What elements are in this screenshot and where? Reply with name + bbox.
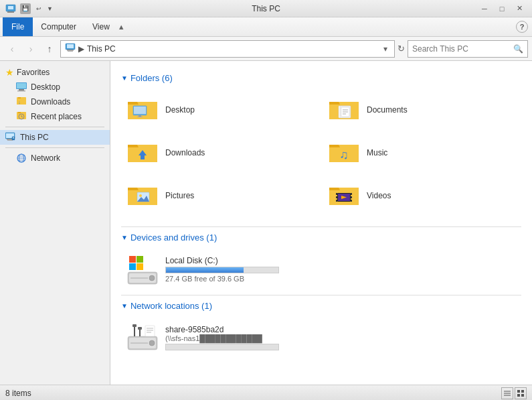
folder-item-pictures[interactable]: Pictures xyxy=(121,176,320,216)
network-label: Network xyxy=(31,153,60,163)
maximize-button[interactable]: □ xyxy=(493,0,511,17)
svg-rect-23 xyxy=(13,137,14,139)
ribbon: File Computer View ▲ ? xyxy=(0,17,532,37)
desktop-label: Desktop xyxy=(31,82,60,92)
content-area: ▼ Folders (6) xyxy=(110,61,532,385)
address-path-box[interactable]: ▶ This PC ▾ xyxy=(60,40,395,58)
svg-rect-4 xyxy=(67,44,74,48)
sidebar-item-recent[interactable]: Recent places xyxy=(0,109,110,124)
folders-arrow-icon: ▼ xyxy=(121,74,128,82)
sidebar-item-network[interactable]: Network xyxy=(0,151,110,165)
save-quick-icon[interactable]: 💾 xyxy=(20,3,31,14)
recent-label: Recent places xyxy=(31,112,82,121)
svg-point-69 xyxy=(149,340,155,346)
this-pc-label: This PC xyxy=(20,133,49,142)
svg-rect-1 xyxy=(7,11,14,13)
sidebar-item-desktop[interactable]: Desktop xyxy=(0,80,110,94)
folder-icon-music: ♫ xyxy=(328,137,360,169)
folder-item-desktop[interactable]: Desktop xyxy=(121,90,320,130)
ribbon-collapse-icon[interactable]: ▲ xyxy=(118,23,125,31)
svg-rect-31 xyxy=(134,107,146,114)
devices-section-header[interactable]: ▼ Devices and drives (1) xyxy=(121,232,521,243)
chevron-quick-icon[interactable]: ▼ xyxy=(47,5,53,12)
folders-section-header[interactable]: ▼ Folders (6) xyxy=(121,73,521,83)
up-button[interactable]: ↑ xyxy=(41,41,58,57)
app-icon xyxy=(4,3,17,14)
network-location-item[interactable]: share-9585ba2d (\\sfs-nas1████████████ xyxy=(121,318,521,358)
favorites-header[interactable]: ★ Favorites xyxy=(0,65,110,80)
forward-button[interactable]: › xyxy=(23,41,39,57)
network-location-info: share-9585ba2d (\\sfs-nas1████████████ xyxy=(165,325,516,350)
undo-quick-icon[interactable]: ↩ xyxy=(33,3,44,14)
window-title: This PC xyxy=(252,4,280,13)
refresh-button[interactable]: ↻ xyxy=(397,44,405,54)
back-button[interactable]: ‹ xyxy=(4,41,20,57)
svg-text:↓: ↓ xyxy=(18,100,21,105)
help-button[interactable]: ? xyxy=(516,21,528,33)
device-item-c[interactable]: Local Disk (C:) 27.4 GB free of 39.6 GB xyxy=(121,249,521,289)
main-layout: ★ Favorites Desktop xyxy=(0,61,532,385)
svg-rect-9 xyxy=(19,89,24,90)
this-pc-icon xyxy=(5,132,16,143)
search-input[interactable] xyxy=(412,44,513,54)
network-section-header[interactable]: ▼ Network locations (1) xyxy=(121,301,521,311)
search-box[interactable]: 🔍 xyxy=(408,40,528,58)
quick-access-toolbar: 💾 ↩ ▼ xyxy=(4,3,53,14)
recent-icon xyxy=(16,111,27,122)
svg-rect-21 xyxy=(7,140,13,141)
path-arrow: ▶ xyxy=(78,44,84,54)
sidebar-divider-2 xyxy=(5,147,104,148)
svg-rect-33 xyxy=(137,117,143,117)
svg-rect-55 xyxy=(336,200,337,202)
folder-icon-downloads xyxy=(126,137,159,169)
search-icon: 🔍 xyxy=(513,44,523,54)
folder-label-downloads: Downloads xyxy=(165,148,205,157)
tab-computer[interactable]: Computer xyxy=(33,17,84,36)
svg-rect-57 xyxy=(351,196,352,198)
local-disk-icon xyxy=(126,253,159,285)
network-arrow-icon: ▼ xyxy=(121,302,128,310)
network-icon xyxy=(16,153,27,163)
sidebar-item-downloads[interactable]: ↓ Downloads xyxy=(0,94,110,109)
desktop-icon xyxy=(16,82,27,92)
folder-item-downloads[interactable]: Downloads xyxy=(121,133,320,173)
sidebar-item-this-pc[interactable]: This PC xyxy=(0,130,110,145)
sidebar-divider-1 xyxy=(5,127,104,127)
minimize-button[interactable]: ─ xyxy=(476,0,493,17)
large-icons-view-button[interactable] xyxy=(515,387,527,399)
disk-usage-bar xyxy=(165,267,279,273)
path-text: This PC xyxy=(87,44,116,54)
address-bar: ‹ › ↑ ▶ This PC ▾ ↻ 🔍 xyxy=(0,37,532,61)
folder-item-videos[interactable]: Videos xyxy=(323,176,521,216)
path-dropdown-icon[interactable]: ▾ xyxy=(381,44,390,54)
star-icon: ★ xyxy=(5,67,14,78)
status-bar: 8 items xyxy=(0,385,532,400)
svg-rect-61 xyxy=(129,263,136,270)
svg-point-47 xyxy=(139,194,142,197)
svg-text:♫: ♫ xyxy=(339,148,349,161)
svg-rect-6 xyxy=(68,51,73,52)
device-space-c: 27.4 GB free of 39.6 GB xyxy=(165,275,516,283)
tab-view[interactable]: View xyxy=(84,17,118,36)
network-location-path: (\\sfs-nas1████████████ xyxy=(165,334,516,342)
svg-rect-10 xyxy=(17,90,25,92)
this-pc-path-icon xyxy=(65,42,76,55)
folder-item-documents[interactable]: Documents xyxy=(323,90,521,130)
tab-file[interactable]: File xyxy=(3,17,33,36)
svg-rect-75 xyxy=(145,326,155,336)
close-button[interactable]: ✕ xyxy=(511,0,528,17)
device-info-c: Local Disk (C:) 27.4 GB free of 39.6 GB xyxy=(165,256,516,283)
network-header-label: Network locations (1) xyxy=(130,301,212,311)
svg-rect-60 xyxy=(137,256,143,263)
folder-item-music[interactable]: ♫ Music xyxy=(323,133,521,173)
svg-rect-62 xyxy=(137,263,143,270)
disk-usage-fill xyxy=(166,267,244,273)
folder-label-pictures: Pictures xyxy=(165,191,194,200)
sidebar: ★ Favorites Desktop xyxy=(0,61,110,385)
svg-rect-58 xyxy=(351,200,352,202)
view-toggle-buttons xyxy=(501,387,527,399)
folder-label-documents: Documents xyxy=(367,105,408,115)
details-view-button[interactable] xyxy=(501,387,513,399)
favorites-section: ★ Favorites Desktop xyxy=(0,65,110,124)
folder-icon-documents xyxy=(328,94,360,126)
